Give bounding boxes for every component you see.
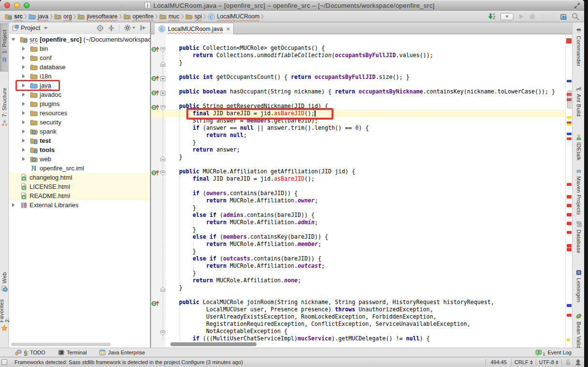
fold-marker-plus-icon[interactable] xyxy=(160,75,166,83)
breadcrumb-item-jivesoftware[interactable]: jivesoftware xyxy=(77,13,117,20)
run-icon[interactable] xyxy=(518,13,525,20)
tree-expand-arrow[interactable] xyxy=(20,46,27,51)
breadcrumb-item-LocalMUCRoom[interactable]: CLocalMUCRoom xyxy=(208,13,259,20)
error-stripe-mark[interactable] xyxy=(567,204,572,207)
tree-expand-arrow[interactable] xyxy=(20,65,27,69)
caret-position-widget[interactable]: 494:45 xyxy=(490,359,507,365)
error-stripe-mark[interactable] xyxy=(567,116,572,119)
fold-marker-end-icon[interactable] xyxy=(160,285,166,294)
locate-icon[interactable] xyxy=(97,25,104,31)
error-stripe-mark[interactable] xyxy=(567,222,572,225)
error-stripe-mark[interactable] xyxy=(567,314,572,317)
tree-item-bin[interactable]: bin xyxy=(9,44,150,53)
minimize-window-button[interactable] xyxy=(14,2,20,8)
fold-marker-start-icon[interactable] xyxy=(160,104,166,112)
tree-expand-arrow[interactable] xyxy=(20,129,27,134)
override-method-gutter-icon[interactable] xyxy=(151,75,160,83)
fold-marker-start-icon[interactable] xyxy=(160,329,166,337)
error-stripe-mark[interactable] xyxy=(567,195,572,199)
close-window-button[interactable] xyxy=(4,2,10,8)
settings-gear-icon[interactable] xyxy=(124,24,136,31)
tree-expand-arrow[interactable] xyxy=(20,92,27,97)
tree-item-web[interactable]: web xyxy=(9,154,150,164)
tree-item-resources[interactable]: resources xyxy=(9,108,150,118)
tree-item-plugins[interactable]: plugins xyxy=(9,99,150,108)
error-stripe-mark[interactable] xyxy=(567,80,572,82)
tree-item-test[interactable]: test xyxy=(9,136,150,145)
tool-strip-tab-leiningen[interactable]: Leiningen xyxy=(573,269,584,302)
line-ending-widget[interactable]: CRLF xyxy=(514,359,533,365)
fold-marker-end-icon[interactable] xyxy=(160,60,166,69)
tree-expand-arrow[interactable] xyxy=(20,102,27,106)
tool-strip-tab-todo[interactable]: 6: TODO xyxy=(15,350,45,356)
code-editor[interactable]: public Collection<MUCRole> getOccupants(… xyxy=(151,34,572,348)
tool-strip-tab-project[interactable]: 1: Project xyxy=(0,23,9,72)
editor-vscrollbar-thumb[interactable] xyxy=(567,91,572,108)
hector-inspector-icon[interactable] xyxy=(574,359,582,366)
override-method-gutter-icon[interactable] xyxy=(151,89,160,98)
tree-item-externallibraries[interactable]: External Libraries xyxy=(9,200,150,210)
tree-expand-arrow[interactable] xyxy=(20,157,27,161)
tree-item-tools[interactable]: tools xyxy=(9,145,150,154)
tool-strip-tab-database[interactable]: Database xyxy=(573,221,584,254)
tree-expand-arrow[interactable] xyxy=(20,74,27,78)
hide-panel-icon[interactable] xyxy=(140,25,146,31)
tree-item-javadoc[interactable]: javadoc xyxy=(9,90,150,99)
tree-item-database[interactable]: database xyxy=(9,62,150,72)
tree-expand-arrow[interactable] xyxy=(10,203,16,207)
tool-strip-tab-commander[interactable]: Commander xyxy=(573,27,584,66)
event-log-widget[interactable]: 1 Event Log xyxy=(535,349,572,356)
error-stripe-mark[interactable] xyxy=(567,248,572,251)
tool-strip-tab-structure[interactable]: 7: Structure xyxy=(0,79,9,137)
error-stripe-mark[interactable] xyxy=(567,304,572,307)
error-stripe-mark[interactable] xyxy=(567,133,572,135)
tree-expand-arrow[interactable] xyxy=(20,148,27,152)
override-method-gutter-icon[interactable] xyxy=(151,46,160,54)
tool-strip-tab-idetalk[interactable]: IDEtalk xyxy=(573,134,584,161)
tree-expand-arrow[interactable] xyxy=(20,56,27,60)
editor-hscrollbar[interactable] xyxy=(170,342,256,346)
tree-expand-arrow[interactable] xyxy=(20,120,27,124)
tool-strip-tab-beanvalidation[interactable]: Bean Validation xyxy=(573,313,584,348)
tree-item-license.html[interactable]: hLICENSE.html xyxy=(9,182,150,191)
fold-marker-plus-icon[interactable] xyxy=(160,89,166,98)
override-method-gutter-icon[interactable] xyxy=(151,104,160,112)
error-stripe[interactable] xyxy=(565,34,572,348)
fold-marker-end-icon[interactable] xyxy=(160,154,166,163)
tool-strip-tab-javaenterprise[interactable]: Java Enterprise xyxy=(99,350,145,355)
run-with-coverage-icon[interactable] xyxy=(541,13,548,20)
status-message[interactable]: Frameworks detected: Sass stdlib framewo… xyxy=(15,359,243,365)
view-switcher-arrow-icon[interactable] xyxy=(44,27,48,30)
tree-item-security[interactable]: security xyxy=(9,118,150,127)
zoom-window-button[interactable] xyxy=(24,2,30,8)
search-everywhere-icon[interactable] xyxy=(572,13,579,20)
tool-strip-tab-terminal[interactable]: Terminal xyxy=(58,350,87,355)
error-stripe-mark[interactable] xyxy=(567,338,570,341)
tree-item-spank[interactable]: spank xyxy=(9,127,150,136)
project-structure-icon[interactable] xyxy=(559,13,567,20)
encoding-widget[interactable]: UTF-8 xyxy=(539,359,558,365)
debug-icon[interactable] xyxy=(529,13,537,20)
error-stripe-mark[interactable] xyxy=(567,183,572,186)
error-stripe-mark[interactable] xyxy=(567,231,572,234)
editor-tab[interactable]: C LocalMUCRoom.java × xyxy=(154,23,234,34)
override-method-gutter-icon[interactable] xyxy=(151,169,160,178)
tree-expand-arrow[interactable] xyxy=(10,38,16,41)
project-hscrollbar[interactable] xyxy=(11,343,111,346)
close-tab-icon[interactable]: × xyxy=(226,27,230,31)
tree-item-conf[interactable]: conf xyxy=(9,53,150,62)
tree-item-changelog.html[interactable]: hchangelog.html xyxy=(9,173,150,182)
tree-item-readme.html[interactable]: hREADME.html xyxy=(9,191,150,200)
fold-marker-start-icon[interactable] xyxy=(160,46,166,54)
error-stripe-mark[interactable] xyxy=(567,213,572,216)
breadcrumb-item-spi[interactable]: spi xyxy=(185,13,202,20)
fullscreen-icon[interactable] xyxy=(574,2,580,9)
error-stripe-mark[interactable] xyxy=(567,123,572,125)
project-panel-title[interactable]: Project xyxy=(21,24,40,31)
lock-icon[interactable] xyxy=(565,359,571,366)
override-method-gutter-icon[interactable] xyxy=(151,300,160,308)
tree-expand-arrow[interactable] xyxy=(20,138,27,143)
tool-strip-tab-mavenprojects[interactable]: m Maven Projects xyxy=(573,168,584,215)
fold-marker-start-icon[interactable] xyxy=(160,169,166,178)
tree-expand-arrow[interactable] xyxy=(20,111,27,115)
